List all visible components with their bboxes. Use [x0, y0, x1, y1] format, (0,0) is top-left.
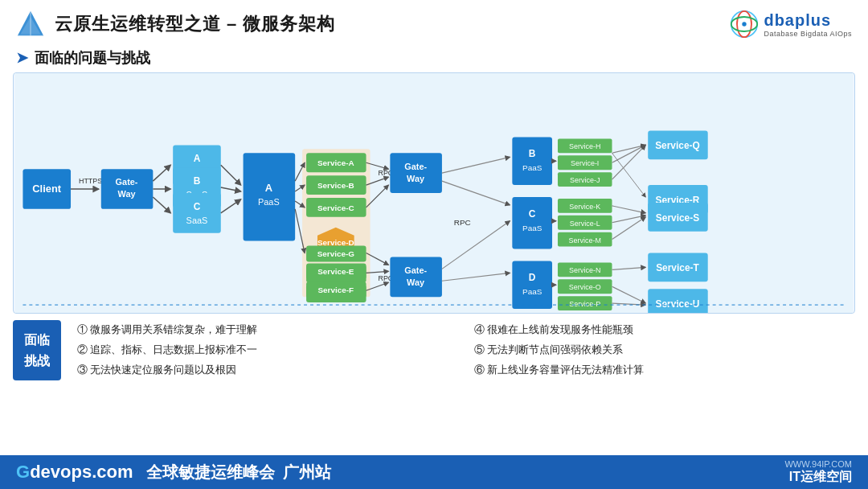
svg-text:A: A	[265, 182, 272, 194]
svg-text:Gate-: Gate-	[404, 265, 427, 275]
svg-text:C: C	[194, 201, 201, 212]
footer-url: WWW.94IP.COM	[784, 459, 852, 469]
challenge-item-3: ③ 无法快速定位服务问题以及根因	[77, 360, 458, 380]
svg-text:D: D	[529, 272, 536, 283]
footer-summit: 全球敏捷运维峰会	[146, 462, 275, 483]
challenge-item-2: ② 追踪、指标、日志数据上报标准不一	[77, 340, 458, 360]
svg-text:Way: Way	[118, 189, 136, 199]
challenge-item-6: ⑥ 新上线业务容量评估无法精准计算	[474, 360, 855, 380]
svg-rect-61	[512, 137, 552, 185]
svg-text:SaaS: SaaS	[186, 216, 208, 225]
svg-text:Service-H: Service-H	[569, 142, 600, 150]
svg-rect-25	[173, 193, 221, 233]
svg-text:Service-E: Service-E	[317, 267, 354, 276]
svg-text:Gate-: Gate-	[404, 162, 427, 171]
svg-text:Service-C: Service-C	[317, 203, 354, 212]
svg-text:Service-M: Service-M	[569, 236, 601, 244]
challenge-badge: 面临 挑战	[13, 320, 61, 380]
footer-right: WWW.94IP.COM IT运维空间	[784, 459, 852, 486]
svg-rect-67	[512, 261, 552, 309]
challenge-item-4: ④ 很难在上线前发现服务性能瓶颈	[474, 320, 855, 340]
diagram-area: Client HTTPS Gate- Way A SaaS B SaaS C S…	[13, 72, 855, 314]
svg-text:Service-Q: Service-Q	[655, 140, 700, 151]
svg-text:RPC: RPC	[454, 218, 471, 227]
dbaplus-icon	[730, 10, 759, 39]
svg-text:B: B	[529, 148, 536, 159]
svg-text:Service-J: Service-J	[570, 176, 600, 184]
svg-point-7	[743, 22, 747, 26]
logo-mark	[16, 10, 45, 39]
footer-left: Gdevops.com 全球敏捷运维峰会 广州站	[16, 462, 331, 483]
svg-text:Service-T: Service-T	[656, 262, 699, 273]
svg-text:Service-B: Service-B	[317, 181, 354, 190]
svg-text:Service-F: Service-F	[317, 286, 354, 294]
diagram-svg: Client HTTPS Gate- Way A SaaS B SaaS C S…	[14, 73, 854, 313]
svg-text:Service-A: Service-A	[317, 158, 354, 167]
svg-text:PaaS: PaaS	[522, 163, 542, 172]
svg-text:Way: Way	[407, 277, 424, 287]
footer-gdevops: Gdevops.com	[16, 462, 133, 483]
challenges-section: 面临 挑战 ① 微服务调用关系错综复杂，难于理解 ② 追踪、指标、日志数据上报标…	[13, 320, 855, 380]
challenge-items-left: ① 微服务调用关系错综复杂，难于理解 ② 追踪、指标、日志数据上报标准不一 ③ …	[77, 320, 458, 380]
svg-text:PaaS: PaaS	[522, 224, 542, 232]
svg-text:Gate-: Gate-	[116, 177, 138, 187]
svg-text:B: B	[194, 175, 201, 187]
svg-text:Service-L: Service-L	[570, 220, 600, 228]
dbaplus-text: dbaplus Database Bigdata AIOps	[764, 11, 852, 38]
svg-text:Service-U: Service-U	[655, 298, 699, 310]
svg-text:C: C	[529, 208, 536, 220]
svg-text:Service-K: Service-K	[569, 203, 600, 211]
footer-brand: IT运维空间	[784, 469, 852, 486]
svg-text:A: A	[194, 153, 201, 164]
svg-text:Service-G: Service-G	[317, 249, 355, 258]
svg-text:Service-S: Service-S	[656, 212, 699, 224]
svg-text:Client: Client	[32, 183, 62, 195]
footer-city: 广州站	[283, 462, 331, 483]
svg-text:PaaS: PaaS	[522, 287, 542, 296]
arrow-icon: ➤	[16, 49, 28, 67]
svg-text:Service-O: Service-O	[569, 283, 601, 291]
svg-text:Service-P: Service-P	[569, 300, 600, 308]
svg-text:Service-I: Service-I	[571, 159, 599, 167]
page-title: 云原生运维转型之道 – 微服务架构	[55, 12, 335, 36]
challenge-item-5: ⑤ 无法判断节点间强弱依赖关系	[474, 340, 855, 360]
dbaplus-logo: dbaplus Database Bigdata AIOps	[730, 10, 852, 39]
challenge-items-right: ④ 很难在上线前发现服务性能瓶颈 ⑤ 无法判断节点间强弱依赖关系 ⑥ 新上线业务…	[474, 320, 855, 380]
challenge-item-1: ① 微服务调用关系错综复杂，难于理解	[77, 320, 458, 340]
svg-text:HTTPS: HTTPS	[79, 177, 102, 185]
svg-text:Service-N: Service-N	[569, 266, 600, 274]
svg-text:Way: Way	[407, 174, 424, 183]
footer: Gdevops.com 全球敏捷运维峰会 广州站 WWW.94IP.COM IT…	[0, 455, 868, 489]
header: 云原生运维转型之道 – 微服务架构 dbaplus Database Bigda…	[0, 0, 868, 45]
svg-text:Service-D: Service-D	[317, 238, 354, 247]
svg-text:PaaS: PaaS	[258, 197, 280, 207]
section-title: ➤ 面临的问题与挑战	[0, 45, 868, 72]
